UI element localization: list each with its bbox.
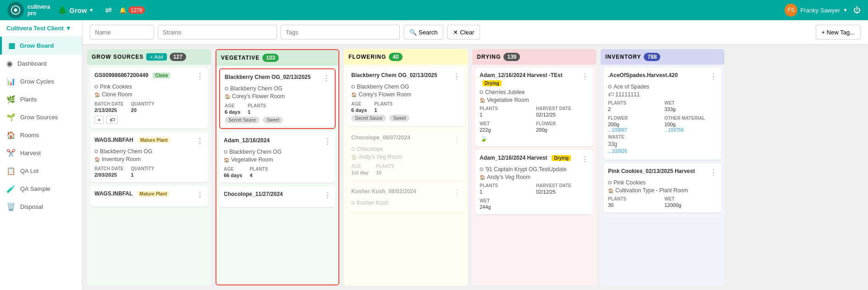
card-menu-icon[interactable]: ⋮ [324, 137, 331, 146]
strain-dot-icon [94, 85, 98, 89]
card-title: Adam_12/16/2024 Harvest -TEst [480, 72, 563, 78]
nav-right: FS Franky Sawyer ▼ ⏻ [785, 4, 861, 17]
clear-button[interactable]: ✕ Clear [447, 25, 480, 39]
card-title: Chocolope_11/27/2024 [224, 191, 283, 197]
grow-nav[interactable]: 🌲 Grow ▼ [57, 5, 94, 15]
link-other1[interactable]: ...103759 [664, 128, 684, 133]
client-selector[interactable]: Cultivera Test Client ▼ [0, 20, 82, 37]
sidebar-label-plants: Plants [20, 96, 37, 103]
add-grow-source-button[interactable]: + Add [146, 53, 166, 61]
card-menu-icon[interactable]: ⋮ [196, 190, 204, 199]
card-action-tag[interactable]: 🏷 [106, 116, 118, 124]
meta-val-plants: 10 [376, 170, 394, 175]
card-title: Chocolope_08/07/2024 [351, 134, 410, 141]
sidebar-label-disposal: Disposal [20, 203, 43, 210]
meta-val-plants: 1 [480, 189, 532, 195]
strains-filter-input[interactable] [158, 25, 277, 39]
card-menu-icon[interactable]: ⋮ [196, 72, 204, 81]
meta-label-plants: PLANTS [480, 183, 532, 188]
clear-label: Clear [460, 29, 474, 36]
sidebar-item-plants[interactable]: 🌿 Plants [0, 90, 82, 108]
strain-dot-icon [480, 90, 483, 94]
strain-dot-icon [608, 85, 612, 89]
card-room: Andy's Veg Room [487, 174, 531, 180]
table-row: Blackberry Chem OG_02/13/2025 ⋮ Blackber… [219, 68, 336, 129]
qa-lot-icon: 📋 [6, 167, 16, 175]
card-menu-icon[interactable]: ⋮ [196, 137, 204, 145]
meta-label-plants: PLANTS [480, 106, 532, 111]
meta-val-harvest-date: 02/12/25 [536, 189, 589, 195]
card-title: Adam_12/16/2024 Harvest [480, 155, 547, 161]
column-header-grow-sources: GROW SOURCES + Add 127 [87, 49, 211, 65]
sidebar-item-grow-sources[interactable]: 🌱 Grow Sources [0, 108, 82, 126]
card-room: Vegetative Room [231, 156, 273, 163]
meta-label-plants: PLANTS [248, 103, 266, 108]
clear-x-icon: ✕ [453, 29, 458, 36]
card-strain: '91 Captain Krypt OG.TestUpdate [485, 166, 567, 173]
card-menu-icon[interactable]: ⋮ [324, 191, 331, 200]
card-room: Corey's Flower Room [232, 93, 285, 100]
card-badge: Mature Plant [138, 137, 170, 143]
card-menu-icon[interactable]: ⋮ [710, 72, 717, 81]
card-menu-icon[interactable]: ⋮ [581, 155, 589, 163]
meta-label-plants: PLANTS [376, 164, 394, 169]
card-action-plus[interactable]: + [94, 116, 104, 124]
search-label: Search [419, 29, 437, 36]
meta-val-plants: 30 [608, 202, 661, 208]
meta-val-plants: 1 [248, 109, 266, 115]
sidebar-item-rooms[interactable]: 🏠 Rooms [0, 126, 82, 144]
meta-val-batch: 2/03/2025 [94, 172, 124, 178]
meta-label-age: AGE [351, 101, 367, 106]
sidebar-item-harvest[interactable]: ✂️ Harvest [0, 144, 82, 162]
card-room: Clone Room [102, 91, 133, 98]
sidebar-item-grow-cycles[interactable]: 📊 Grow Cycles [0, 72, 82, 90]
sidebar-label-grow-sources: Grow Sources [20, 114, 58, 121]
meta-label-waste: WASTE [608, 134, 625, 139]
power-icon[interactable]: ⏻ [853, 6, 861, 14]
column-header-vegetative: VEGETATIVE 103 [216, 50, 338, 66]
notification-badge: 1278 [128, 6, 145, 14]
meta-val-plants: 4 [249, 173, 268, 178]
card-menu-icon[interactable]: ⋮ [453, 134, 460, 143]
card-menu-icon[interactable]: ⋮ [453, 72, 460, 81]
notification-bell[interactable]: 🔔 1278 [119, 6, 145, 14]
user-name: Franky Sawyer [800, 7, 840, 14]
grow-sources-badge: 127 [170, 53, 186, 61]
name-filter-input[interactable] [90, 25, 154, 39]
card-menu-icon[interactable]: ⋮ [323, 74, 330, 83]
meta-label-wet: WET [664, 196, 717, 201]
sidebar-item-dashboard[interactable]: ◉ Dashboard [0, 55, 82, 72]
card-strain: Kosher Kush [357, 200, 388, 206]
user-menu[interactable]: FS Franky Sawyer ▼ [785, 4, 848, 17]
search-button[interactable]: 🔍 Search [404, 25, 443, 39]
sidebar-item-qa-lot[interactable]: 📋 QA Lot [0, 162, 82, 180]
tag-sweet-fl: Sweet [389, 115, 409, 122]
sidebar-item-grow-board[interactable]: ▦ Grow Board [0, 37, 82, 55]
logo-icon [7, 2, 24, 18]
rooms-icon: 🏠 [6, 131, 16, 139]
tag-secret-sauce-fl: Secret Sauce [351, 115, 386, 122]
filter-icon[interactable]: ⇌ [105, 5, 112, 15]
bell-icon: 🔔 [119, 7, 127, 14]
card-menu-icon[interactable]: ⋮ [453, 188, 460, 197]
card-strain: Blackberry Chem OG [357, 84, 409, 90]
grow-board-icon: ▦ [8, 41, 15, 50]
chevron-down-icon: ▼ [89, 7, 94, 13]
card-menu-icon[interactable]: ⋮ [710, 168, 717, 177]
new-tag-button[interactable]: + New Tag... [816, 25, 861, 39]
sidebar-item-qa-sample[interactable]: 🧪 QA Sample [0, 180, 82, 198]
column-title-drying: DRYING [477, 54, 501, 60]
sidebar-item-disposal[interactable]: 🗑️ Disposal [0, 198, 82, 216]
meta-label-age: AGE [225, 103, 240, 108]
link-flower1[interactable]: ...103687 [608, 128, 627, 133]
card-room: Cultivation Type - Plant Room [615, 187, 688, 194]
link-waste[interactable]: ...103926 [608, 149, 627, 154]
meta-label-plants: PLANTS [374, 101, 393, 106]
table-row: Pink Cookies_02/13/2025 Harvest ⋮ Pink C… [603, 163, 722, 212]
meta-label-age: AGE [351, 164, 369, 169]
card-menu-icon[interactable]: ⋮ [581, 72, 589, 81]
grow-sources-body: GS009986867200449 Clone ⋮ Pink Cookies � [87, 65, 211, 285]
tags-filter-input[interactable] [281, 25, 400, 39]
strain-dot-icon [224, 150, 227, 154]
disposal-icon: 🗑️ [6, 202, 16, 211]
